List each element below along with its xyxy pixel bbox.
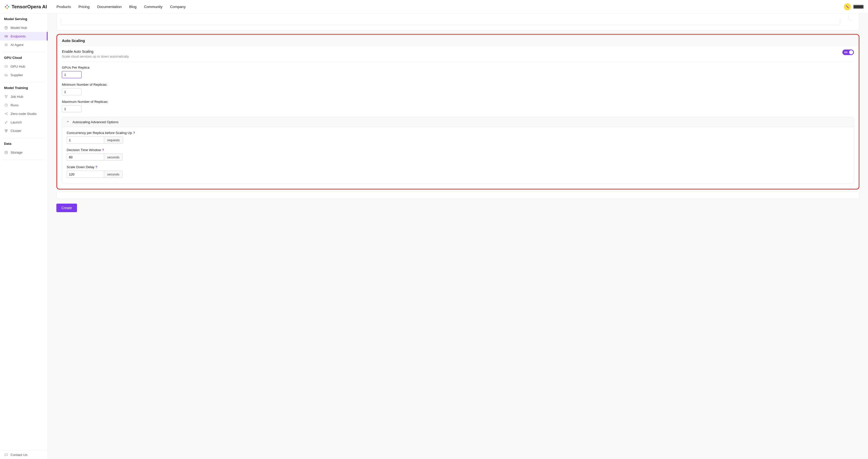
enable-sublabel: Scale cloud services up or down automati… <box>62 55 130 58</box>
sidebar-item-label: AI Agent <box>10 43 23 47</box>
sidebar-item-gpu-hub[interactable]: GPU Hub <box>0 62 48 71</box>
sidebar-item-label: Supplier <box>10 73 23 77</box>
sidebar-item-label: Runs <box>10 103 19 107</box>
sidebar-item-zero-code-studio[interactable]: Zero-code Studio <box>0 109 48 118</box>
endpoint-icon <box>4 34 8 38</box>
storage-icon <box>4 150 8 154</box>
topnav-documentation[interactable]: Documentation <box>97 5 122 9</box>
sidebar: Model Serving Model Hub Endpoints AI Age… <box>0 13 48 459</box>
scale-down-delay-label: Scale Down Delay <box>67 165 94 169</box>
auto-scaling-highlight: Auto Scaling Enable Auto Scaling Scale c… <box>56 34 860 190</box>
job-icon <box>4 95 8 99</box>
scale-down-delay-help-icon[interactable]: ? <box>95 165 97 169</box>
gpus-per-replica-label: GPUs Per Replica <box>62 66 854 69</box>
advanced-options-title: Autoscaling Advanced Options <box>72 120 119 124</box>
sidebar-item-label: Launch <box>10 121 22 124</box>
gpu-icon <box>4 64 8 68</box>
brand[interactable]: TensorOpera AI <box>4 4 47 9</box>
previous-card-stub <box>56 13 860 30</box>
agent-icon <box>4 43 8 47</box>
concurrency-input[interactable] <box>67 136 104 143</box>
sidebar-heading-data: Data <box>0 138 48 148</box>
toggle-knob <box>849 50 853 54</box>
sidebar-heading-model-serving: Model Serving <box>0 13 48 23</box>
avatar[interactable] <box>844 3 851 10</box>
enable-auto-scaling-toggle[interactable]: ON <box>842 50 854 55</box>
svg-point-12 <box>7 95 7 96</box>
svg-point-1 <box>8 6 9 7</box>
auto-scaling-card: Auto Scaling Enable Auto Scaling Scale c… <box>58 35 858 188</box>
decision-window-input[interactable] <box>67 154 104 161</box>
toggle-state-text: ON <box>844 51 848 54</box>
sidebar-item-supplier[interactable]: Supplier <box>0 71 48 79</box>
advanced-options-toggle[interactable]: Autoscaling Advanced Options <box>62 117 854 127</box>
svg-rect-19 <box>6 129 7 130</box>
min-replicas-label: Minimum Number of Replicas: <box>62 83 854 87</box>
sidebar-item-label: Zero-code Studio <box>10 112 37 116</box>
topnav-products[interactable]: Products <box>56 5 71 9</box>
topnav-blog[interactable]: Blog <box>129 5 136 9</box>
concurrency-unit: requests <box>104 136 123 143</box>
max-replicas-label: Maximum Number of Replicas: <box>62 100 854 104</box>
svg-point-21 <box>5 151 7 152</box>
scale-down-delay-input[interactable] <box>67 171 104 178</box>
decision-window-unit: seconds <box>104 154 123 161</box>
sidebar-heading-gpu-cloud: GPU Cloud <box>0 52 48 62</box>
sidebar-item-model-hub[interactable]: Model Hub <box>0 23 48 32</box>
gpus-per-replica-input[interactable] <box>62 71 82 78</box>
sidebar-item-label: Model Hub <box>10 26 27 30</box>
max-replicas-input[interactable] <box>62 105 82 112</box>
min-replicas-input[interactable] <box>62 88 82 95</box>
svg-point-13 <box>6 97 6 98</box>
svg-point-2 <box>6 7 8 9</box>
sidebar-item-cluster[interactable]: Cluster <box>0 126 48 135</box>
sidebar-item-runs[interactable]: Runs <box>0 101 48 109</box>
topnav-company[interactable]: Company <box>170 5 186 9</box>
concurrency-label: Concurrency per Replica before Scaling U… <box>67 131 132 135</box>
decision-window-label: Decision Time Window <box>67 148 101 152</box>
enable-label: Enable Auto Scaling <box>62 50 130 54</box>
chat-icon <box>4 453 8 457</box>
brand-text: TensorOpera AI <box>11 4 47 9</box>
svg-rect-4 <box>4 35 7 37</box>
sidebar-item-label: Job Hub <box>10 95 23 99</box>
topbar-right <box>844 3 864 10</box>
topnav-pricing[interactable]: Pricing <box>79 5 90 9</box>
svg-point-11 <box>5 95 5 96</box>
svg-point-6 <box>5 44 6 45</box>
svg-point-0 <box>6 4 8 6</box>
svg-rect-5 <box>5 44 7 46</box>
card-title: Auto Scaling <box>58 35 858 46</box>
sidebar-item-job-hub[interactable]: Job Hub <box>0 92 48 101</box>
svg-rect-18 <box>5 129 6 130</box>
topnav-community[interactable]: Community <box>144 5 162 9</box>
sidebar-item-label: Storage <box>10 151 22 154</box>
sidebar-item-endpoints[interactable]: Endpoints <box>0 32 48 40</box>
svg-rect-20 <box>5 131 6 132</box>
sidebar-item-launch[interactable]: Launch <box>0 118 48 126</box>
chevron-down-icon <box>66 120 69 124</box>
next-card-stub <box>56 192 860 199</box>
supplier-icon <box>4 73 8 77</box>
sidebar-item-label: Contact Us <box>10 453 27 457</box>
launch-icon <box>4 120 8 124</box>
sidebar-item-label: Endpoints <box>10 34 26 38</box>
main-content: Auto Scaling Enable Auto Scaling Scale c… <box>48 13 868 459</box>
sidebar-item-ai-agent[interactable]: AI Agent <box>0 40 48 49</box>
sidebar-item-label: Cluster <box>10 129 21 133</box>
svg-point-3 <box>5 6 6 7</box>
svg-rect-8 <box>5 65 7 67</box>
concurrency-help-icon[interactable]: ? <box>133 131 135 135</box>
brand-logo-icon <box>4 4 9 9</box>
enable-auto-scaling-row: Enable Auto Scaling Scale cloud services… <box>62 50 854 62</box>
sidebar-item-contact-us[interactable]: Contact Us <box>0 451 48 459</box>
sidebar-item-storage[interactable]: Storage <box>0 148 48 157</box>
sidebar-item-label: GPU Hub <box>10 65 25 68</box>
svg-point-15 <box>5 113 5 114</box>
create-button[interactable]: Create <box>56 204 77 212</box>
cube-icon <box>4 26 8 30</box>
svg-point-17 <box>7 114 7 115</box>
topnav: Products Pricing Documentation Blog Comm… <box>56 5 186 9</box>
decision-window-help-icon[interactable]: ? <box>102 148 104 152</box>
sidebar-heading-model-training: Model Training <box>0 83 48 92</box>
